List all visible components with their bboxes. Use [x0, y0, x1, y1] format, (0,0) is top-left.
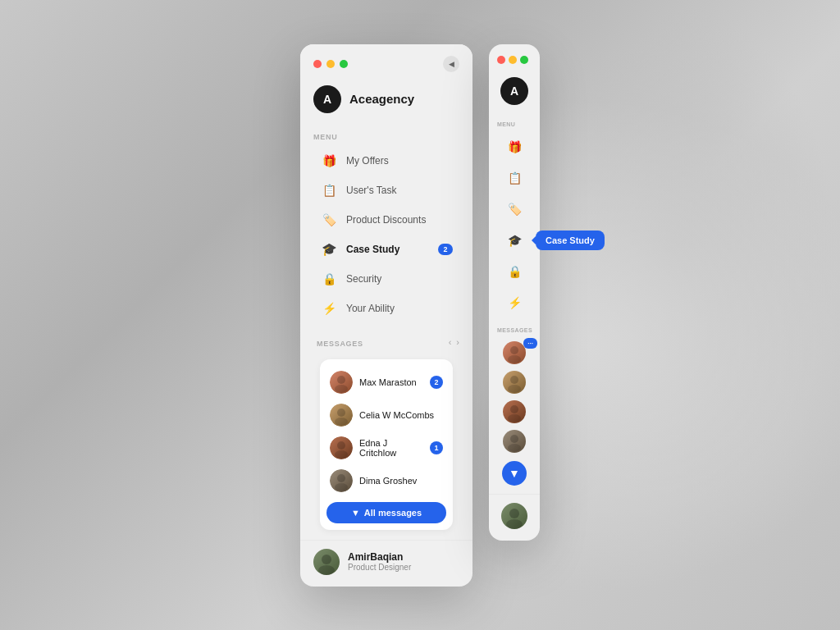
svg-point-11	[508, 355, 521, 363]
svg-point-1	[335, 385, 348, 393]
gift-icon: 🎁	[320, 152, 338, 170]
svg-point-13	[508, 385, 521, 393]
svg-point-7	[335, 483, 348, 491]
collapsed-sidebar-item-my-offers[interactable]: 🎁	[500, 132, 529, 162]
collapsed-avatar-celia[interactable]	[503, 371, 526, 394]
svg-point-8	[322, 555, 331, 564]
message-name-dima: Dima Groshev	[359, 476, 443, 486]
panel-header: ◀ A Aceagency	[300, 44, 472, 125]
sidebar-item-case-study[interactable]: 🎓 Case Study 2	[313, 235, 459, 264]
expanded-panel: ◀ A Aceagency MENU 🎁 My Offers 📋 User's …	[300, 44, 472, 587]
message-badge-edna: 1	[430, 441, 443, 454]
message-badge-max: 2	[430, 376, 443, 389]
messages-section-label: MESSAGES	[317, 340, 363, 348]
message-item-max[interactable]: Max Maraston 2	[326, 366, 446, 399]
graduation-icon: 🎓	[320, 240, 338, 258]
message-name-celia: Celia W McCombs	[359, 410, 443, 420]
svg-point-18	[509, 509, 519, 518]
minimize-dot[interactable]	[326, 60, 335, 68]
collapsed-menu-section: MENU 🎁 📋 🏷️ 🎓 Case Study 🔒 ⚡	[489, 116, 540, 322]
sidebar-item-label: Product Discounts	[346, 214, 453, 226]
menu-section: MENU 🎁 My Offers 📋 User's Task 🏷️ Produc…	[300, 125, 472, 331]
sidebar-item-my-offers[interactable]: 🎁 My Offers	[313, 146, 459, 176]
svg-point-0	[337, 376, 345, 384]
sidebar-item-users-task[interactable]: 📋 User's Task	[313, 176, 459, 205]
profile-footer[interactable]: AmirBaqian Product Designer	[300, 540, 472, 587]
sidebar-item-security[interactable]: 🔒 Security	[313, 264, 459, 294]
panels-container: ◀ A Aceagency MENU 🎁 My Offers 📋 User's …	[300, 44, 540, 587]
tag-icon: 🏷️	[320, 211, 338, 229]
collapsed-header: A	[489, 44, 540, 116]
collapse-button[interactable]: ◀	[443, 56, 459, 72]
all-messages-label: All messages	[364, 508, 422, 518]
case-study-badge: 2	[438, 244, 453, 255]
window-controls: ◀	[313, 56, 459, 72]
close-dot[interactable]	[313, 60, 322, 68]
messages-list: Max Maraston 2 Celia W McCombs	[320, 359, 453, 530]
sidebar-item-label: Case Study	[346, 244, 430, 255]
collapsed-sidebar-item-product-discounts[interactable]: 🏷️	[500, 194, 529, 224]
collapsed-message-badge: ···	[523, 338, 537, 349]
message-name-max: Max Maraston	[359, 377, 423, 387]
collapsed-avatar-dima[interactable]	[503, 430, 526, 453]
minimize-dot-collapsed[interactable]	[509, 56, 517, 64]
svg-point-4	[337, 441, 345, 450]
sidebar-item-your-ability[interactable]: ⚡ Your Ability	[313, 294, 459, 323]
message-name-edna: Edna J Critchlow	[359, 438, 423, 458]
svg-point-14	[510, 405, 518, 413]
message-item-edna[interactable]: Edna J Critchlow 1	[326, 431, 446, 464]
svg-point-16	[510, 435, 518, 443]
collapsed-avatar-edna[interactable]	[503, 400, 526, 423]
ability-icon: ⚡	[320, 299, 338, 317]
avatar-max	[330, 371, 353, 394]
message-item-celia[interactable]: Celia W McCombs	[326, 399, 446, 431]
collapsed-brand-logo: A	[500, 77, 528, 105]
all-messages-icon: ▼	[351, 508, 360, 518]
svg-point-2	[337, 409, 345, 417]
all-messages-button[interactable]: ▼ All messages	[326, 502, 446, 523]
lock-icon: 🔒	[320, 270, 338, 288]
sidebar-item-label: Security	[346, 273, 453, 285]
collapsed-sidebar-item-security[interactable]: 🔒	[500, 257, 529, 286]
svg-point-15	[508, 414, 521, 422]
collapsed-sidebar-item-case-study-wrapper: 🎓 Case Study	[500, 226, 529, 255]
collapsed-profile-footer[interactable]	[489, 494, 540, 541]
avatar-edna	[330, 436, 353, 459]
brand-row: A Aceagency	[313, 85, 459, 113]
sidebar-item-product-discounts[interactable]: 🏷️ Product Discounts	[313, 205, 459, 235]
svg-point-6	[337, 474, 345, 482]
close-dot-collapsed[interactable]	[497, 56, 505, 64]
brand-logo: A	[313, 85, 341, 113]
messages-header: MESSAGES ‹ ›	[310, 331, 463, 356]
avatar-dima	[330, 469, 353, 492]
case-study-tooltip: Case Study	[536, 231, 605, 250]
brand-name: Aceagency	[349, 92, 414, 106]
svg-point-17	[508, 444, 521, 452]
collapsed-sidebar-item-users-task[interactable]: 📋	[500, 163, 529, 193]
collapsed-all-messages-button[interactable]: ▼	[502, 461, 527, 486]
prev-arrow[interactable]: ‹	[449, 337, 452, 347]
nav-arrows: ‹ ›	[449, 337, 459, 347]
profile-info: AmirBaqian Product Designer	[348, 551, 459, 572]
profile-avatar	[313, 549, 340, 575]
svg-point-9	[318, 565, 335, 575]
menu-section-label: MENU	[313, 133, 459, 141]
maximize-dot-collapsed[interactable]	[520, 56, 528, 64]
collapsed-messages-label: MESSAGES	[497, 327, 532, 333]
message-item-dima[interactable]: Dima Groshev	[326, 464, 446, 497]
profile-name: AmirBaqian	[348, 551, 459, 563]
maximize-dot[interactable]	[340, 60, 348, 68]
collapsed-sidebar-item-case-study[interactable]: 🎓	[500, 226, 529, 255]
collapsed-messages-section: MESSAGES ··· ▼	[489, 322, 540, 491]
next-arrow[interactable]: ›	[456, 337, 459, 347]
collapsed-menu-label: MENU	[497, 121, 515, 127]
collapsed-avatar-max[interactable]: ···	[503, 341, 526, 364]
collapsed-window-controls	[497, 56, 528, 64]
svg-point-3	[335, 418, 348, 426]
collapsed-profile-avatar	[501, 503, 527, 529]
collapsed-sidebar-item-your-ability[interactable]: ⚡	[500, 288, 529, 317]
sidebar-item-label: User's Task	[346, 185, 453, 196]
sidebar-item-label: My Offers	[346, 155, 453, 167]
sidebar-item-label: Your Ability	[346, 303, 453, 314]
svg-point-12	[510, 376, 518, 384]
